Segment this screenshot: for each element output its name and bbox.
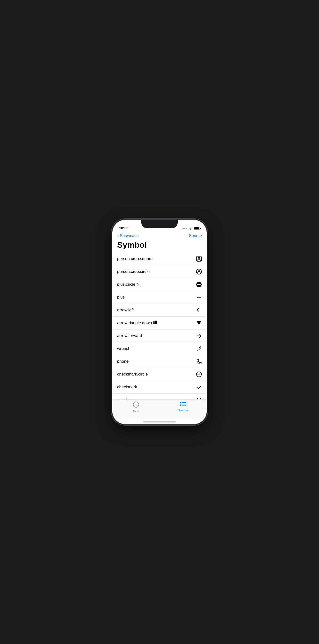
svg-point-38 — [180, 405, 181, 406]
chevron-left-icon: ‹ — [117, 233, 119, 238]
signal-icon — [182, 228, 187, 229]
wrench-icon — [196, 346, 202, 352]
checkmark-circle-icon — [196, 372, 202, 377]
svg-marker-10 — [196, 321, 201, 325]
item-label: checkmark.circle — [117, 372, 148, 377]
tab-showcase-label: Showcase — [178, 409, 188, 412]
svg-text:i: i — [136, 403, 136, 406]
phone-screen: 10:55 ‹ Showcase Source — [112, 220, 207, 424]
tab-about[interactable]: i About — [112, 402, 160, 412]
info-circle-icon: i — [133, 402, 139, 409]
status-icons — [182, 227, 200, 230]
arrowtriangle-down-fill-icon — [196, 320, 202, 326]
list-item[interactable]: person.crop.circle — [112, 265, 207, 278]
list-item[interactable]: checkmark — [112, 381, 207, 394]
list-item[interactable]: wrench — [112, 342, 207, 355]
checkmark-icon — [196, 384, 202, 390]
list-item[interactable]: arrowtriangle.down.fill — [112, 317, 207, 330]
list-item[interactable]: plus — [112, 291, 207, 304]
back-button[interactable]: ‹ Showcase — [117, 234, 139, 238]
list-item[interactable]: person.crop.square — [112, 252, 207, 265]
arrow-left-icon — [196, 307, 202, 313]
back-label: Showcase — [120, 234, 139, 238]
nav-bar: ‹ Showcase Source — [112, 232, 207, 239]
item-label: plus.circle.fill — [117, 282, 140, 287]
list-item[interactable]: phone — [112, 355, 207, 368]
source-button[interactable]: Source — [189, 234, 202, 238]
svg-point-34 — [180, 402, 181, 403]
home-indicator-area — [112, 419, 207, 424]
tab-bar: i About Showcase — [112, 399, 207, 419]
list-item[interactable]: arrow.forward — [112, 330, 207, 342]
list-bullet-icon — [180, 402, 186, 408]
list-item[interactable]: checkmark.circle — [112, 368, 207, 381]
tab-about-label: About — [133, 410, 139, 412]
person-crop-circle-icon — [196, 269, 202, 274]
list-item[interactable]: plus.circle.fill — [112, 278, 207, 291]
svg-point-36 — [180, 404, 181, 405]
item-label: plus — [117, 295, 125, 300]
item-label: person.crop.circle — [117, 269, 150, 274]
wifi-icon — [188, 227, 192, 230]
notch — [141, 220, 178, 228]
list-item[interactable]: arrow.left — [112, 304, 207, 317]
item-label: wrench — [117, 346, 130, 351]
item-label: arrow.left — [117, 308, 134, 312]
item-label: phone — [117, 359, 128, 364]
battery-icon — [194, 227, 200, 230]
svg-point-3 — [198, 270, 200, 272]
svg-point-1 — [198, 257, 200, 259]
arrow-forward-icon — [196, 333, 202, 339]
item-label: person.crop.square — [117, 256, 152, 261]
page-title: Symbol — [112, 239, 207, 252]
list-item[interactable]: xmark — [112, 394, 207, 399]
tab-showcase[interactable]: Showcase — [160, 402, 207, 412]
item-label: arrow.forward — [117, 334, 142, 338]
person-crop-square-icon — [196, 256, 202, 262]
plus-circle-fill-icon — [196, 282, 202, 288]
item-label: arrowtriangle.down.fill — [117, 320, 157, 326]
item-label: checkmark — [117, 385, 137, 390]
xmark-icon — [196, 397, 202, 399]
phone-frame: 10:55 ‹ Showcase Source — [112, 220, 207, 424]
symbol-list: person.crop.square person.crop.circle — [112, 252, 207, 399]
phone-icon — [196, 358, 202, 364]
plus-icon — [196, 294, 202, 300]
item-label: xmark — [117, 398, 128, 399]
status-time: 10:55 — [119, 226, 128, 230]
home-bar — [143, 421, 176, 422]
